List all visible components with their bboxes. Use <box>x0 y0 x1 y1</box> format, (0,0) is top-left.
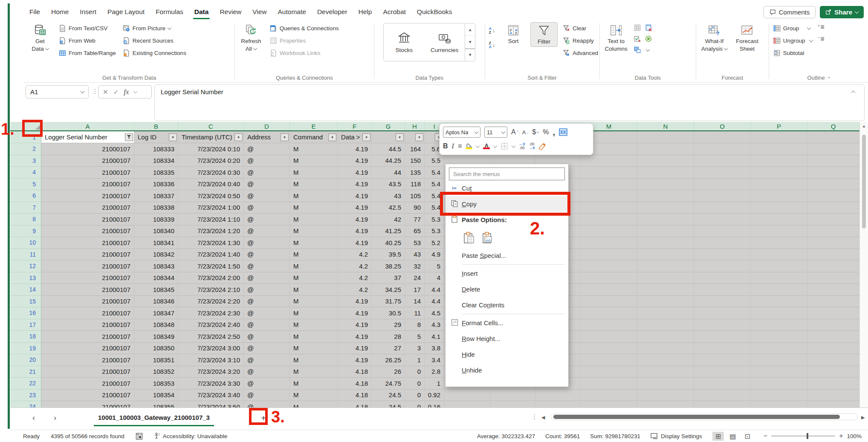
cell[interactable] <box>694 190 751 202</box>
cell[interactable]: 0.92 <box>425 390 444 402</box>
cell[interactable]: @ <box>244 284 290 296</box>
cell[interactable]: 4 <box>425 272 444 284</box>
column-header-F[interactable]: F <box>338 122 372 130</box>
cell[interactable] <box>581 214 637 225</box>
cell[interactable]: 3.4 <box>425 354 444 366</box>
cell[interactable]: M <box>290 307 338 319</box>
cell[interactable] <box>581 272 637 284</box>
collapse-formula-bar-icon[interactable] <box>852 88 855 95</box>
cell[interactable]: 7/23/2024 1:00 <box>178 202 244 214</box>
cell[interactable] <box>694 284 751 296</box>
cell[interactable]: 38.25 <box>372 260 405 272</box>
enter-icon[interactable]: ✓ <box>113 88 119 96</box>
cell[interactable]: 4.2 <box>338 284 372 296</box>
cell[interactable] <box>751 284 807 296</box>
queries-connections-button[interactable]: Queries & Connections <box>268 23 341 34</box>
accessibility-status[interactable]: ? Accessibility: Unavailable <box>154 433 228 439</box>
context-menu-item-unhide[interactable]: Unhide <box>446 362 568 378</box>
cell[interactable]: M <box>290 260 338 272</box>
scroll-right-icon[interactable]: ▶ <box>861 415 865 420</box>
recent-sources-button[interactable]: Recent Sources <box>121 35 188 46</box>
flash-fill-icon[interactable] <box>634 24 641 32</box>
filter-dropdown-button[interactable]: ▾ <box>281 133 289 141</box>
share-button[interactable]: Share <box>820 6 864 18</box>
cell[interactable] <box>637 366 694 378</box>
cell[interactable]: 108345 <box>134 284 178 296</box>
row-header-10[interactable]: 10 <box>10 237 41 249</box>
filter-dropdown-button[interactable]: ▾ <box>234 133 243 141</box>
cell[interactable]: M <box>290 366 338 378</box>
cell[interactable]: 21000107 <box>41 237 134 249</box>
cell[interactable] <box>581 366 637 378</box>
cell[interactable] <box>637 390 694 402</box>
cell[interactable]: 108348 <box>134 319 178 331</box>
row-header-15[interactable]: 15 <box>10 296 41 308</box>
cell[interactable]: 108340 <box>134 225 178 237</box>
cell[interactable]: @ <box>244 296 290 308</box>
cell[interactable]: M <box>290 319 338 331</box>
cell[interactable]: 4.19 <box>338 225 372 237</box>
cell[interactable]: M <box>290 179 338 191</box>
cell[interactable]: 7/23/2024 1:50 <box>178 260 244 272</box>
cell[interactable]: @ <box>244 249 290 261</box>
cell[interactable]: 4.19 <box>338 237 372 249</box>
cell[interactable]: 7/23/2024 0:40 <box>178 179 244 191</box>
row-header-23[interactable]: 23 <box>10 390 41 402</box>
cell[interactable]: 4.19 <box>338 167 372 179</box>
format-painter-icon[interactable] <box>538 142 546 150</box>
cell[interactable]: 5.4 <box>425 179 444 191</box>
row-header-12[interactable]: 12 <box>10 260 41 272</box>
cell[interactable]: 27 <box>372 343 405 355</box>
cell[interactable]: @ <box>244 237 290 249</box>
cell[interactable] <box>694 307 751 319</box>
cell[interactable]: 108338 <box>134 202 178 214</box>
cell[interactable]: 39.5 <box>372 249 405 261</box>
cell[interactable]: 108337 <box>134 190 178 202</box>
cell[interactable] <box>751 225 807 237</box>
cell[interactable] <box>807 155 859 167</box>
cell[interactable] <box>694 319 751 331</box>
cell[interactable]: 4.9 <box>425 249 444 261</box>
cell[interactable]: 44 <box>372 167 405 179</box>
show-detail-icon[interactable]: ⁺≣ <box>818 24 825 30</box>
increase-font-icon[interactable]: Aˆ <box>511 128 518 136</box>
cell[interactable]: 7/23/2024 1:10 <box>178 214 244 225</box>
ungroup-cells-button[interactable]: Ungroup <box>772 35 814 46</box>
cell[interactable]: 7/23/2024 1:20 <box>178 225 244 237</box>
cell[interactable] <box>581 331 637 343</box>
chevron-down-icon[interactable] <box>512 144 516 148</box>
cell[interactable]: 21000107 <box>41 202 134 214</box>
filter-dropdown-button[interactable]: ▾ <box>362 133 370 141</box>
cell[interactable] <box>751 155 807 167</box>
paste-picture-icon[interactable] <box>481 231 494 244</box>
cell[interactable] <box>694 155 751 167</box>
cell[interactable]: 150 <box>405 155 425 167</box>
cell[interactable]: @ <box>244 143 290 155</box>
next-sheet-icon[interactable]: › <box>54 413 56 422</box>
cell[interactable]: M <box>290 237 338 249</box>
context-menu-item-clear-contents[interactable]: Clear Contents <box>446 297 568 313</box>
text-to-columns-button[interactable]: Text to Columns <box>602 22 630 54</box>
cell[interactable] <box>581 249 637 261</box>
cell[interactable] <box>694 202 751 214</box>
cell[interactable] <box>807 343 859 355</box>
row-header-22[interactable]: 22 <box>10 378 41 390</box>
cell[interactable]: 4.2 <box>338 260 372 272</box>
cell[interactable]: 41.25 <box>372 225 405 237</box>
cell[interactable] <box>751 366 807 378</box>
column-header-A[interactable]: A <box>41 122 134 130</box>
zoom-out-icon[interactable]: − <box>764 432 767 440</box>
cell[interactable] <box>807 319 859 331</box>
cell[interactable] <box>637 155 694 167</box>
cell[interactable] <box>807 143 859 155</box>
cell[interactable]: 21000107 <box>41 167 134 179</box>
remove-duplicates-icon[interactable] <box>645 24 652 32</box>
cell[interactable] <box>581 225 637 237</box>
display-settings-button[interactable]: Display Settings <box>651 433 702 439</box>
name-box[interactable]: A1 <box>26 85 89 98</box>
cell[interactable]: 1 <box>405 354 425 366</box>
sort-az-button[interactable]: AZ↓ <box>488 26 497 36</box>
cell[interactable] <box>581 190 637 202</box>
cell[interactable]: 4.3 <box>425 319 444 331</box>
font-color-icon[interactable]: A <box>483 143 490 149</box>
